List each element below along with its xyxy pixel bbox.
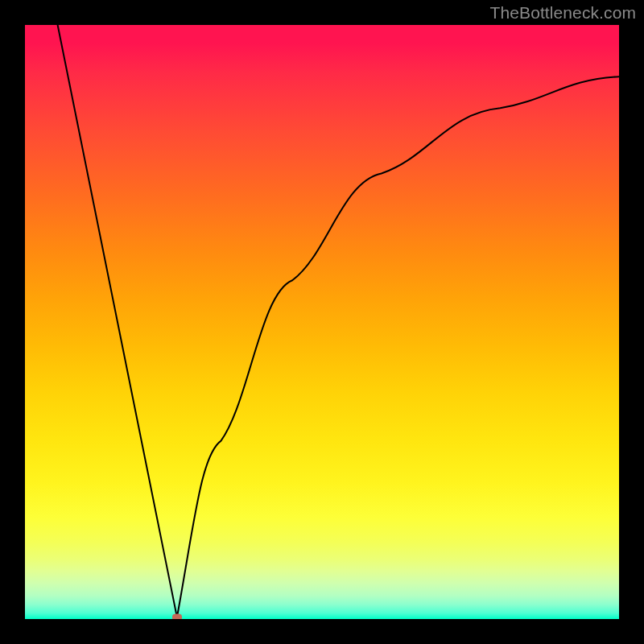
minimum-point-marker	[172, 613, 182, 619]
bottleneck-curve	[25, 25, 619, 619]
watermark-text: TheBottleneck.com	[490, 3, 636, 23]
plot-area	[25, 25, 619, 619]
chart-frame: TheBottleneck.com	[0, 0, 644, 644]
